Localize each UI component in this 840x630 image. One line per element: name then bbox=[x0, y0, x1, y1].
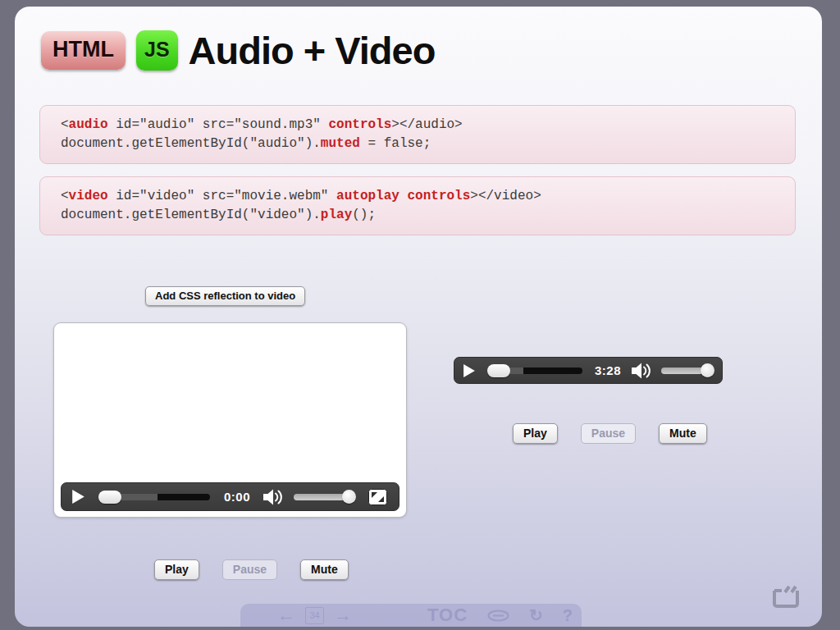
audio-controls-bar[interactable]: 3:28 bbox=[454, 357, 723, 384]
add-css-reflection-button[interactable]: Add CSS reflection to video bbox=[145, 286, 305, 306]
export-icon[interactable] bbox=[771, 583, 801, 613]
video-time-display: 0:00 bbox=[224, 490, 250, 504]
slide-header: HTML JS Audio + Video bbox=[41, 28, 435, 73]
page-title: Audio + Video bbox=[189, 28, 436, 73]
audio-mute-button[interactable]: Mute bbox=[659, 423, 707, 444]
video-volume-thumb[interactable] bbox=[342, 490, 356, 504]
video-pause-button[interactable]: Pause bbox=[222, 559, 277, 580]
audio-pause-button[interactable]: Pause bbox=[581, 423, 636, 444]
toc-button[interactable]: TOC bbox=[427, 605, 468, 626]
audio-volume-thumb[interactable] bbox=[701, 363, 714, 377]
video-controls-bar[interactable]: 0:00 bbox=[61, 482, 399, 511]
video-volume-icon[interactable] bbox=[263, 489, 285, 505]
audio-play-button[interactable]: Play bbox=[513, 423, 558, 444]
audio-code-block: <audio id="audio" src="sound.mp3" contro… bbox=[39, 105, 796, 164]
audio-volume-icon[interactable] bbox=[632, 363, 653, 379]
video-play-button[interactable]: Play bbox=[154, 559, 199, 580]
video-code-block: <video id="video" src="movie.webm" autop… bbox=[39, 176, 796, 235]
video-button-row: Play Pause Mute bbox=[154, 559, 349, 580]
slide-navigation-bar: ← 34 → TOC ↻ ? bbox=[240, 604, 582, 627]
audio-button-row: Play Pause Mute bbox=[513, 423, 707, 444]
help-icon[interactable]: ? bbox=[563, 606, 573, 625]
video-mute-button[interactable]: Mute bbox=[300, 559, 349, 580]
audio-play-icon[interactable] bbox=[463, 364, 475, 377]
video-progress-slider[interactable] bbox=[98, 491, 210, 504]
prev-slide-button[interactable]: ← bbox=[277, 606, 295, 624]
video-element[interactable]: 0:00 bbox=[53, 322, 407, 518]
slide: HTML JS Audio + Video <audio id="audio" … bbox=[15, 7, 822, 627]
video-fullscreen-icon[interactable] bbox=[368, 489, 387, 505]
video-volume-slider[interactable] bbox=[294, 490, 356, 504]
next-slide-button[interactable]: → bbox=[334, 606, 352, 624]
reload-icon[interactable]: ↻ bbox=[529, 605, 543, 625]
video-play-icon[interactable] bbox=[72, 490, 84, 504]
audio-volume-slider[interactable] bbox=[661, 363, 714, 377]
audio-progress-slider[interactable] bbox=[487, 364, 582, 377]
link-icon[interactable] bbox=[487, 609, 509, 622]
audio-progress-thumb[interactable] bbox=[487, 364, 510, 377]
page-number-box[interactable]: 34 bbox=[305, 607, 324, 624]
html-badge: HTML bbox=[41, 31, 126, 70]
js-badge: JS bbox=[136, 30, 178, 71]
video-progress-thumb[interactable] bbox=[98, 491, 121, 504]
audio-time-display: 3:28 bbox=[595, 363, 621, 377]
